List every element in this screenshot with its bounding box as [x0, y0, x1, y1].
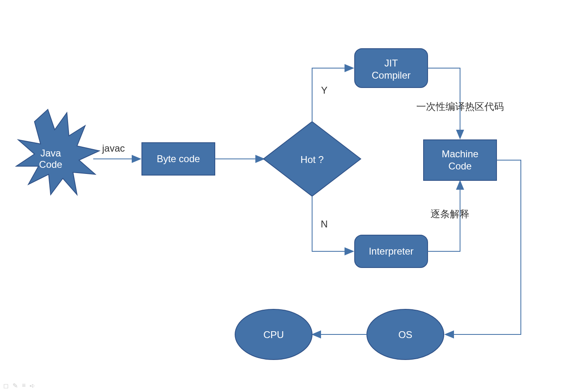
node-interpreter: Interpreter — [355, 235, 428, 268]
node-byte-code: Byte code — [142, 143, 215, 175]
arrow-hot-interpreter — [312, 196, 353, 251]
node-machine-code: Machine Code — [424, 140, 497, 180]
label-interpret-each: 逐条解释 — [430, 208, 469, 219]
cpu-label: CPU — [263, 329, 284, 340]
label-no: N — [321, 218, 328, 229]
node-cpu: CPU — [235, 309, 312, 360]
hot-label: Hot ? — [300, 154, 323, 165]
os-label: OS — [398, 329, 413, 340]
pencil-icon: ✎ — [13, 382, 18, 390]
arrow-icon: ➪ — [30, 382, 35, 390]
node-java-code: Java Code — [16, 109, 99, 195]
jit-label-2: Compiler — [372, 70, 411, 81]
machine-code-label-2: Code — [448, 161, 471, 171]
label-javac: javac — [102, 143, 125, 154]
label-compile-all: 一次性编译热区代码 — [416, 101, 504, 112]
arrow-hot-jit — [312, 68, 353, 122]
interpreter-label: Interpreter — [369, 246, 414, 257]
svg-rect-5 — [424, 140, 497, 180]
arrow-machine-os — [446, 160, 521, 334]
node-jit-compiler: JIT Compiler — [355, 49, 428, 88]
diagram-canvas: Java Code javac Byte code Hot ? Y N JIT … — [0, 0, 563, 392]
java-code-label-2: Code — [39, 159, 62, 170]
byte-code-label: Byte code — [157, 153, 200, 164]
node-os: OS — [367, 309, 444, 360]
pointer-icon: ◻ — [3, 382, 9, 390]
list-icon: ≡ — [22, 382, 26, 390]
label-yes: Y — [321, 85, 328, 96]
node-hot-decision: Hot ? — [263, 122, 361, 196]
machine-code-label-1: Machine — [442, 148, 479, 159]
footer-tool-icons: ◻ ✎ ≡ ➪ — [3, 382, 35, 390]
jit-label-1: JIT — [384, 58, 398, 69]
java-code-label-1: Java — [41, 148, 61, 159]
